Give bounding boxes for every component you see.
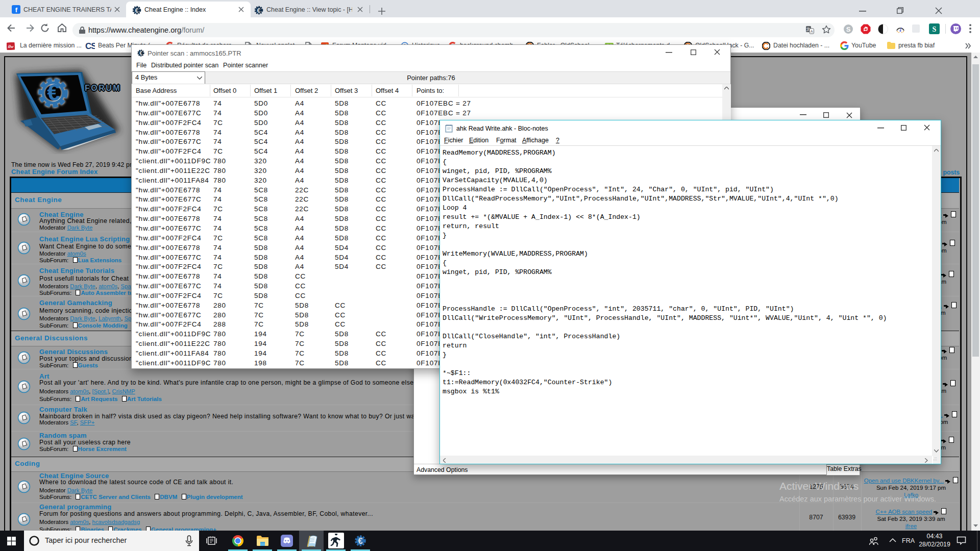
svg-text:€: € — [47, 79, 60, 106]
svg-text:S: S — [846, 26, 851, 33]
svg-text:A: A — [811, 29, 813, 34]
svg-text:f: f — [15, 6, 18, 14]
svg-text:S: S — [933, 26, 937, 33]
svg-text:CS: CS — [85, 41, 95, 51]
svg-text:ilw: ilw — [8, 44, 14, 49]
